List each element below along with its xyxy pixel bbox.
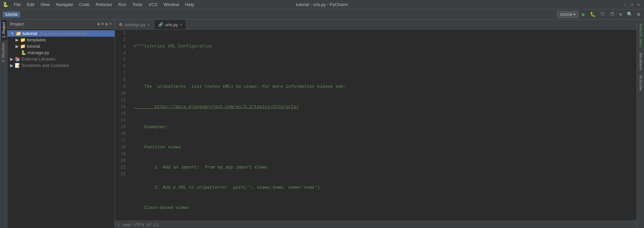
line-num-20: 20 <box>115 157 128 164</box>
line-num-5: 5 <box>115 56 128 63</box>
menu-window[interactable]: Window <box>161 1 182 8</box>
folder-icon: 📁 <box>20 37 26 42</box>
run-config-dropdown[interactable]: tutorial ▾ <box>557 11 578 18</box>
window-controls: — ❐ ✕ <box>622 2 641 7</box>
close-button[interactable]: ✕ <box>636 2 641 7</box>
code-line-9: Class-based views <box>134 204 634 211</box>
run-button[interactable]: ▶ <box>581 10 587 18</box>
menu-navigate[interactable]: Navigate <box>53 1 76 8</box>
line-num-13: 13 <box>115 110 128 117</box>
debug-button[interactable]: 🐛 <box>589 11 597 18</box>
tree-label: manage.py <box>28 50 49 55</box>
window-title: tutorial - urls.py - PyCharm <box>296 2 348 7</box>
line-num-4: 4 <box>115 50 128 56</box>
tab-urls-close[interactable]: × <box>180 23 182 27</box>
library-icon: 📚 <box>15 56 20 62</box>
line-num-21: 21 <box>115 164 128 171</box>
add-icon[interactable]: ⊕ <box>97 22 100 27</box>
tree-item-tutorial-folder[interactable]: ▶ 📁 tutorial <box>7 43 115 49</box>
right-tab-remote-host[interactable]: Remote Host <box>638 22 643 49</box>
menu-tools[interactable]: Tools <box>130 1 145 8</box>
title-bar-left: 🐍 File Edit View Navigate Code Refactor … <box>3 1 197 8</box>
tab-urls-label: urls.py <box>165 22 178 27</box>
file-tree: ▼ 📁 tutorial D:\python-workspace\tutoria… <box>7 29 115 228</box>
tree-item-scratches[interactable]: ▶ 📝 Scratches and Consoles <box>7 62 115 69</box>
line-num-10: 10 <box>115 90 128 97</box>
line-numbers: 1 2 3 4 5 6 7 8 9 10 11 12 13 14 15 16 1… <box>115 30 131 221</box>
tree-item-external-libs[interactable]: ▶ 📚 External Libraries <box>7 56 115 62</box>
tree-item-root[interactable]: ▼ 📁 tutorial D:\python-workspace\tutoria… <box>7 30 115 37</box>
code-line-4: https://docs.djangoproject.com/en/3.2/to… <box>134 104 634 110</box>
run-config-label: tutorial <box>560 12 572 17</box>
settings-button[interactable]: ⚙ <box>636 11 641 18</box>
editor-area: ⚙ settings.py × 🔗 urls.py × 1 2 3 4 5 6 … <box>115 20 637 228</box>
line-num-6: 6 <box>115 63 128 70</box>
menu-view[interactable]: View <box>38 1 52 8</box>
line-num-15: 15 <box>115 124 128 130</box>
code-content[interactable]: ⊟"""tutorial URL Configuration The `urlp… <box>131 30 637 221</box>
status-check-icon: ✓ <box>118 222 120 227</box>
menu-edit[interactable]: Edit <box>24 1 37 8</box>
menu-refactor[interactable]: Refactor <box>93 1 115 8</box>
code-line-1: ⊟"""tutorial URL Configuration <box>134 43 634 50</box>
status-git[interactable]: main <box>123 223 131 227</box>
tree-path: D:\python-workspace\tutorial <box>40 32 87 36</box>
line-num-18: 18 <box>115 144 128 151</box>
expand-icon: ▶ <box>10 63 13 68</box>
menu-code[interactable]: Code <box>77 1 92 8</box>
maximize-button[interactable]: ❐ <box>629 2 635 7</box>
close-panel-icon[interactable]: × <box>109 22 112 27</box>
status-line-separator[interactable]: LF <box>147 223 151 227</box>
profile-button[interactable]: ⏱ <box>608 11 616 18</box>
menu-help[interactable]: Help <box>182 1 197 8</box>
app-icon: 🐍 <box>3 2 8 7</box>
gear-icon[interactable]: ⚙ <box>105 22 108 27</box>
status-encoding[interactable]: UTF-8 <box>134 223 144 227</box>
right-tab-database[interactable]: Database <box>638 51 643 72</box>
expand-icon: ▶ <box>10 56 13 62</box>
line-num-16: 16 <box>115 130 128 137</box>
code-line-2 <box>134 63 634 70</box>
tab-settings-close[interactable]: × <box>147 23 149 27</box>
code-editor[interactable]: 1 2 3 4 5 6 7 8 9 10 11 12 13 14 15 16 1… <box>115 30 637 221</box>
code-line-6: Function views <box>134 144 634 151</box>
tab-settings[interactable]: ⚙ settings.py × <box>115 20 154 29</box>
toolbar-right: tutorial ▾ ▶ 🐛 🛡 ⏱ ⚒ 🔍 ⚙ <box>557 10 641 18</box>
menu-run[interactable]: Run <box>116 1 129 8</box>
line-num-9: 9 <box>115 83 128 90</box>
code-line-8: 2. Add a URL to urlpatterns: path('', vi… <box>134 184 634 191</box>
coverage-button[interactable]: 🛡 <box>599 11 606 18</box>
line-num-1: 1 <box>115 30 128 36</box>
line-num-22: 22 <box>115 171 128 178</box>
tree-label: tutorial <box>27 44 40 49</box>
collapse-icon[interactable]: ≡ <box>101 22 104 27</box>
chevron-down-icon: ▾ <box>573 12 575 17</box>
panel-toolbar: ⊕ ≡ ⚙ × <box>97 22 112 27</box>
line-num-8: 8 <box>115 77 128 83</box>
line-num-12: 12 <box>115 104 128 110</box>
status-position[interactable]: 1:1 <box>154 223 159 227</box>
left-sidebar-tabs: 1: Project 2: Structure <box>0 20 7 228</box>
minimize-button[interactable]: — <box>622 2 628 7</box>
menu-file[interactable]: File <box>11 1 24 8</box>
sidebar-item-structure[interactable]: 2: Structure <box>0 40 7 65</box>
scratch-icon: 📝 <box>15 63 20 68</box>
tree-label: External Libraries <box>22 56 55 62</box>
sidebar-item-project[interactable]: 1: Project <box>0 20 7 40</box>
project-panel: Project ⊕ ≡ ⚙ × ▼ 📁 tutorial D:\python-w… <box>7 20 115 228</box>
tab-urls[interactable]: 🔗 urls.py × <box>154 20 187 29</box>
right-tab-sciview[interactable]: SciView <box>638 74 643 92</box>
build-button[interactable]: ⚒ <box>618 11 623 18</box>
status-bar: ✓ main UTF-8 LF 1:1 <box>115 221 637 228</box>
code-line-7: 1. Add an import: from my_app import vie… <box>134 164 634 171</box>
code-line-5: Examples: <box>134 124 634 130</box>
tree-label: templates <box>27 37 46 42</box>
tree-item-templates[interactable]: ▶ 📁 templates <box>7 37 115 43</box>
tree-item-manage[interactable]: 🐍 manage.py <box>7 49 115 56</box>
panel-title: Project <box>10 22 95 27</box>
search-everywhere-button[interactable]: 🔍 <box>626 11 634 18</box>
tree-label: tutorial <box>23 31 37 36</box>
expand-icon: ▼ <box>10 31 14 36</box>
menu-vcs[interactable]: VCS <box>146 1 160 8</box>
folder-icon: 📁 <box>16 31 21 36</box>
